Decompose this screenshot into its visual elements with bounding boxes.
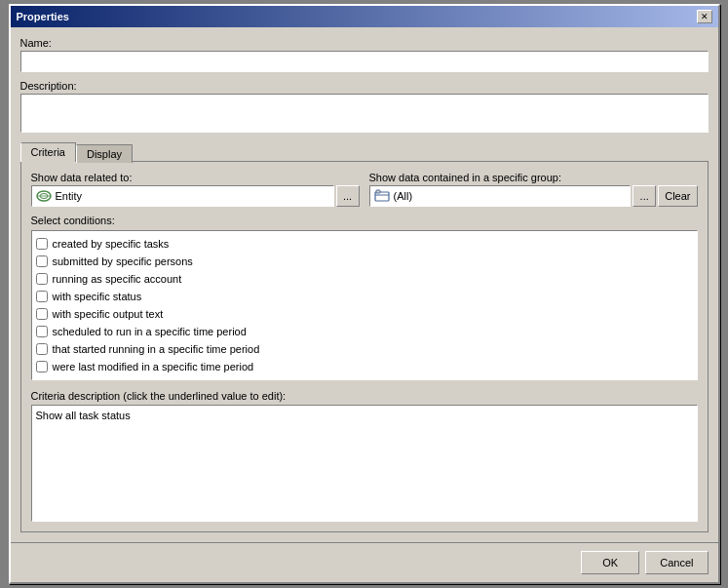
show-data-col: Show data related to: Entity [31,172,360,207]
condition-label-2: running as specific account [53,273,182,285]
tab-content-criteria: Show data related to: Entity [20,161,709,532]
name-label: Name: [20,37,709,49]
condition-label-5: scheduled to run in a specific time peri… [53,326,247,337]
entity-row: Entity ... [31,185,360,207]
conditions-label: Select conditions: [31,215,698,226]
svg-rect-5 [376,190,380,193]
properties-dialog: Properties ✕ Name: Description: Criteria… [9,4,720,584]
group-row: (All) ... Clear [369,185,698,207]
condition-item-6: that started running in a specific time … [36,340,693,358]
condition-checkbox-1[interactable] [36,255,48,267]
close-button[interactable]: ✕ [697,10,712,23]
criteria-desc-label: Criteria description (click the underlin… [31,390,698,402]
condition-item-7: were last modified in a specific time pe… [36,358,693,375]
criteria-desc-value: Show all task status [36,410,131,421]
group-label: Show data contained in a specific group: [369,172,698,183]
conditions-box: created by specific tasks submitted by s… [31,230,698,380]
dialog-body: Name: Description: Criteria Display Show… [11,27,718,542]
group-value: (All) [394,190,413,202]
group-browse-button[interactable]: ... [632,185,656,207]
title-bar: Properties ✕ [11,6,718,27]
cancel-button[interactable]: Cancel [645,551,708,574]
ok-button[interactable]: OK [581,551,639,574]
name-input[interactable] [20,51,709,72]
group-field: (All) [369,185,632,207]
criteria-desc-section: Criteria description (click the underlin… [31,390,698,522]
name-field-group: Name: [20,37,709,72]
condition-checkbox-2[interactable] [36,273,48,285]
condition-label-1: submitted by specific persons [53,255,193,267]
group-icon [374,189,390,203]
description-label: Description: [20,80,709,92]
condition-item-1: submitted by specific persons [36,253,693,270]
condition-item-5: scheduled to run in a specific time peri… [36,323,693,340]
condition-item-3: with specific status [36,288,693,305]
condition-label-0: created by specific tasks [53,238,170,250]
description-field-group: Description: [20,80,709,135]
condition-label-4: with specific output text [53,308,164,320]
condition-checkbox-4[interactable] [36,308,48,320]
condition-checkbox-3[interactable] [36,291,48,302]
show-data-label: Show data related to: [31,172,360,183]
condition-checkbox-6[interactable] [36,343,48,355]
condition-checkbox-0[interactable] [36,238,48,250]
condition-checkbox-5[interactable] [36,326,48,337]
entity-value: Entity [56,190,83,202]
condition-label-6: that started running in a specific time … [53,343,260,355]
condition-checkbox-7[interactable] [36,361,48,372]
criteria-desc-box: Show all task status [31,405,698,522]
condition-item-4: with specific output text [36,305,693,323]
description-input[interactable] [20,94,709,133]
condition-label-3: with specific status [53,291,142,302]
tab-criteria[interactable]: Criteria [20,142,76,162]
tab-display[interactable]: Display [76,144,133,163]
group-col: Show data contained in a specific group: [369,172,698,207]
show-data-row: Show data related to: Entity [31,172,698,207]
conditions-section: Select conditions: created by specific t… [31,215,698,380]
entity-field: Entity [31,185,334,207]
entity-icon [36,189,52,203]
dialog-footer: OK Cancel [11,542,718,582]
clear-button[interactable]: Clear [658,185,697,207]
condition-label-7: were last modified in a specific time pe… [53,361,254,372]
condition-item-2: running as specific account [36,270,693,288]
condition-item-0: created by specific tasks [36,235,693,253]
tab-bar: Criteria Display [20,142,709,161]
entity-browse-button[interactable]: ... [336,185,360,207]
dialog-title: Properties [17,11,69,22]
